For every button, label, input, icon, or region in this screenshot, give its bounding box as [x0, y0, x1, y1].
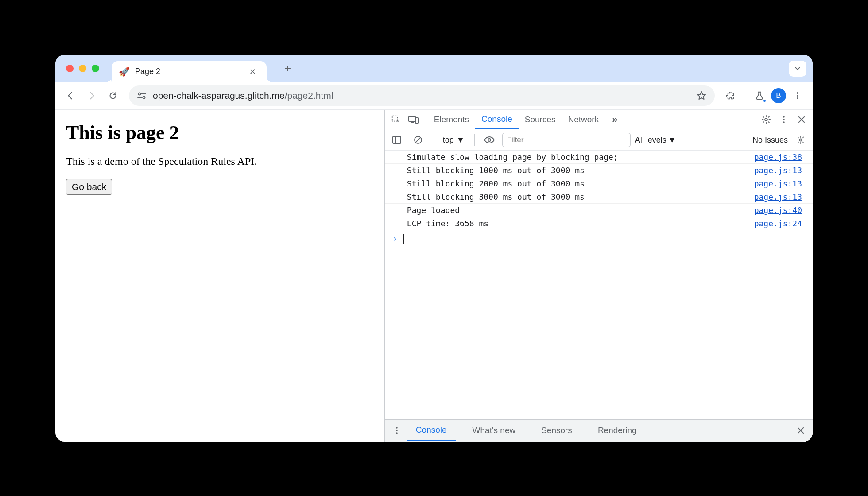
devtools-tab-network[interactable]: Network — [562, 110, 605, 129]
svg-point-19 — [488, 139, 491, 141]
log-message: LCP time: 3658 ms — [407, 219, 754, 228]
svg-point-20 — [799, 139, 802, 141]
svg-point-6 — [797, 97, 798, 99]
svg-point-11 — [765, 118, 767, 121]
drawer-tab-rendering[interactable]: Rendering — [589, 420, 646, 441]
console-toolbar: top ▼ All levels ▼ No Issues — [385, 130, 813, 151]
devtools-overflow-button[interactable]: » — [606, 110, 624, 129]
labs-notification-dot — [763, 99, 767, 103]
browser-toolbar: open-chalk-asparagus.glitch.me/page2.htm… — [55, 82, 813, 110]
svg-line-18 — [415, 137, 421, 143]
log-source-link[interactable]: page.js:24 — [754, 219, 807, 228]
devtools-tabbar: ElementsConsoleSourcesNetwork » — [385, 110, 813, 130]
devtools-tab-console[interactable]: Console — [475, 110, 519, 129]
page-heading: This is page 2 — [66, 121, 374, 144]
inspect-element-icon[interactable] — [388, 111, 404, 128]
log-source-link[interactable]: page.js:13 — [754, 192, 807, 202]
devtools-separator — [425, 114, 425, 125]
context-selector[interactable]: top ▼ — [439, 134, 468, 147]
browser-tab[interactable]: 🚀 Page 2 ✕ — [112, 61, 267, 82]
drawer-menu-icon[interactable] — [388, 422, 405, 439]
content-area: This is page 2 This is a demo of the Spe… — [55, 110, 813, 442]
log-levels-selector[interactable]: All levels ▼ — [635, 136, 676, 145]
tab-close-button[interactable]: ✕ — [246, 65, 260, 78]
svg-rect-7 — [392, 116, 398, 121]
svg-point-0 — [139, 93, 141, 95]
svg-point-22 — [396, 430, 398, 431]
svg-point-5 — [797, 95, 798, 97]
url-text: open-chalk-asparagus.glitch.me/page2.htm… — [153, 90, 333, 101]
log-source-link[interactable]: page.js:13 — [754, 179, 807, 188]
log-source-link[interactable]: page.js:38 — [754, 152, 807, 162]
window-close-button[interactable] — [66, 65, 74, 72]
device-toolbar-icon[interactable] — [405, 111, 422, 128]
svg-point-2 — [143, 97, 145, 99]
chevron-down-icon: ▼ — [457, 136, 465, 145]
site-settings-icon[interactable] — [137, 92, 147, 100]
svg-point-13 — [783, 119, 785, 120]
live-expression-icon[interactable] — [481, 132, 498, 148]
svg-point-12 — [783, 116, 785, 118]
tab-strip: 🚀 Page 2 ✕ + — [55, 55, 813, 82]
console-settings-icon[interactable] — [792, 132, 809, 148]
chrome-labs-button[interactable] — [751, 87, 768, 105]
console-prompt[interactable]: › — [385, 230, 813, 247]
console-separator — [474, 134, 475, 146]
levels-label: All levels — [635, 136, 666, 145]
devtools-menu-icon[interactable] — [775, 111, 792, 128]
prompt-cursor — [403, 234, 404, 244]
log-message: Still blocking 2000 ms out of 3000 ms — [407, 179, 754, 188]
console-log-row: LCP time: 3658 mspage.js:24 — [385, 217, 813, 230]
log-message: Simulate slow loading page by blocking p… — [407, 152, 754, 162]
favicon-icon: 🚀 — [119, 66, 130, 77]
log-message: Still blocking 3000 ms out of 3000 ms — [407, 192, 754, 202]
window-controls — [66, 65, 99, 72]
drawer-tab-sensors[interactable]: Sensors — [532, 420, 581, 441]
reload-button[interactable] — [104, 87, 122, 105]
console-log-row: Still blocking 1000 ms out of 3000 mspag… — [385, 164, 813, 177]
console-log-area: Simulate slow loading page by blocking p… — [385, 151, 813, 419]
go-back-button[interactable]: Go back — [66, 179, 112, 195]
log-message: Still blocking 1000 ms out of 3000 ms — [407, 166, 754, 175]
toolbar-separator — [745, 90, 745, 101]
drawer-tab-console[interactable]: Console — [407, 420, 456, 441]
devtools-tab-elements[interactable]: Elements — [428, 110, 475, 129]
drawer-close-icon[interactable] — [792, 422, 809, 439]
url-host: open-chalk-asparagus.glitch.me — [153, 90, 285, 101]
toggle-sidebar-icon[interactable] — [388, 132, 405, 148]
drawer-tab-what-s-new[interactable]: What's new — [464, 420, 525, 441]
window-minimize-button[interactable] — [79, 65, 86, 72]
log-message: Page loaded — [407, 205, 754, 215]
tab-title: Page 2 — [135, 67, 240, 76]
devtools-panel: ElementsConsoleSourcesNetwork » — [385, 110, 813, 442]
tab-overflow-button[interactable] — [789, 61, 806, 77]
devtools-tab-sources[interactable]: Sources — [519, 110, 562, 129]
svg-rect-15 — [393, 136, 401, 143]
console-filter-input[interactable] — [502, 133, 631, 147]
window-zoom-button[interactable] — [92, 65, 99, 72]
extensions-button[interactable] — [722, 87, 740, 105]
page-viewport: This is page 2 This is a demo of the Spe… — [55, 110, 385, 442]
devtools-settings-icon[interactable] — [758, 111, 775, 128]
devtools-drawer: ConsoleWhat's newSensorsRendering — [385, 419, 813, 442]
clear-console-icon[interactable] — [410, 132, 426, 148]
issues-indicator[interactable]: No Issues — [752, 136, 788, 145]
devtools-close-icon[interactable] — [793, 111, 810, 128]
profile-avatar[interactable]: B — [771, 88, 786, 103]
svg-point-21 — [396, 427, 398, 429]
console-log-row: Simulate slow loading page by blocking p… — [385, 151, 813, 164]
page-description: This is a demo of the Speculation Rules … — [66, 155, 374, 167]
log-source-link[interactable]: page.js:40 — [754, 205, 807, 215]
bookmark-star-icon[interactable] — [696, 90, 707, 101]
log-source-link[interactable]: page.js:13 — [754, 166, 807, 175]
console-log-row: Still blocking 3000 ms out of 3000 mspag… — [385, 190, 813, 204]
svg-point-23 — [396, 432, 398, 434]
chrome-menu-button[interactable] — [789, 87, 806, 105]
context-label: top — [443, 136, 454, 145]
console-separator — [433, 134, 433, 146]
back-button[interactable] — [62, 87, 79, 105]
chevron-down-icon: ▼ — [668, 136, 676, 145]
address-bar[interactable]: open-chalk-asparagus.glitch.me/page2.htm… — [129, 85, 715, 106]
forward-button[interactable] — [83, 87, 101, 105]
new-tab-button[interactable]: + — [280, 59, 295, 78]
